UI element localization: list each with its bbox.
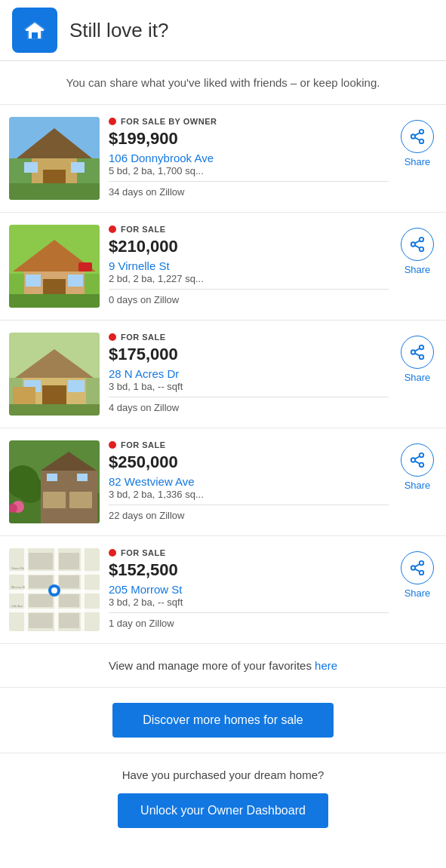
share-button[interactable]: Share (398, 440, 437, 494)
red-dot (109, 225, 116, 233)
sale-badge: FOR SALE (109, 225, 389, 234)
listing-image (9, 333, 100, 416)
listing-details: 3 bd, 2 ba, 1,336 sq... (109, 489, 389, 505)
share-label: Share (404, 372, 431, 383)
svg-rect-1 (32, 32, 38, 38)
svg-rect-23 (78, 262, 92, 271)
price: $199,900 (109, 129, 389, 149)
listing-image (9, 225, 100, 308)
header: Still love it? (0, 0, 446, 61)
red-dot (109, 549, 116, 557)
svg-rect-9 (9, 183, 100, 200)
svg-rect-50 (69, 492, 92, 508)
share-icon-circle (401, 336, 434, 369)
svg-rect-73 (29, 613, 53, 628)
svg-line-14 (415, 133, 420, 136)
svg-rect-37 (9, 404, 100, 416)
address-link[interactable]: 28 N Acres Dr (109, 367, 179, 380)
sale-label: FOR SALE (121, 333, 166, 342)
listing-info: FOR SALE BY OWNER $199,900 106 Donnybroo… (109, 117, 389, 198)
days-on-zillow: 22 days on Zillow (109, 510, 389, 521)
share-label: Share (404, 480, 431, 491)
price: $210,000 (109, 237, 389, 256)
svg-point-10 (420, 130, 424, 134)
svg-line-58 (415, 461, 420, 464)
sale-label: FOR SALE (121, 225, 166, 234)
share-button[interactable]: Share (398, 225, 437, 278)
listing-details: 3 bd, 2 ba, -- sqft (109, 597, 389, 613)
listing-item: FOR SALE BY OWNER $199,900 106 Donnybroo… (0, 105, 446, 213)
listing-item: Street Rd Morrow St Oak Ave FOR SALE $15… (0, 536, 446, 644)
svg-point-12 (420, 140, 424, 144)
share-label: Share (404, 587, 431, 599)
svg-line-13 (415, 137, 420, 140)
owner-section: Have you purchased your dream home? Unlo… (0, 753, 446, 843)
address-link[interactable]: 106 Donnybrook Ave (109, 152, 214, 164)
listing-details: 2 bd, 2 ba, 1,227 sq... (109, 273, 389, 290)
svg-rect-70 (59, 575, 79, 588)
svg-line-84 (415, 564, 420, 567)
red-dot (109, 333, 116, 341)
listing-image (9, 117, 100, 200)
days-on-zillow: 0 days on Zillow (109, 294, 389, 305)
favorites-section: View and manage more of your favorites h… (0, 644, 446, 688)
svg-point-76 (51, 587, 57, 593)
listing-info: FOR SALE $152,500 205 Morrow St 3 bd, 2 … (109, 548, 389, 629)
share-icon-circle (401, 228, 434, 261)
svg-line-59 (415, 456, 420, 459)
svg-rect-66 (81, 548, 85, 631)
svg-rect-74 (59, 613, 79, 628)
svg-rect-22 (9, 294, 100, 308)
listing-details: 5 bd, 2 ba, 1,700 sq... (109, 165, 389, 182)
svg-rect-20 (26, 275, 41, 287)
sale-badge: FOR SALE BY OWNER (109, 117, 389, 126)
owner-question: Have you purchased your dream home? (12, 768, 434, 781)
svg-rect-67 (29, 553, 53, 569)
svg-point-40 (420, 355, 424, 360)
sale-label: FOR SALE BY OWNER (121, 117, 217, 126)
svg-point-81 (411, 566, 416, 570)
share-button[interactable]: Share (398, 117, 437, 170)
listing-image-map: Street Rd Morrow St Oak Ave (9, 548, 100, 631)
listing-item: FOR SALE $250,000 82 Westview Ave 3 bd, … (0, 428, 446, 536)
svg-point-56 (411, 458, 416, 462)
share-icon-circle (401, 551, 434, 584)
share-label: Share (404, 156, 431, 167)
svg-line-41 (415, 353, 420, 356)
listing-item: FOR SALE $210,000 9 Virnelle St 2 bd, 2 … (0, 213, 446, 321)
address-link[interactable]: 82 Westview Ave (109, 475, 195, 488)
svg-rect-21 (68, 275, 83, 287)
zillow-logo (12, 8, 57, 53)
svg-point-26 (420, 247, 424, 252)
svg-rect-49 (43, 492, 66, 508)
share-button[interactable]: Share (398, 333, 437, 386)
days-on-zillow: 4 days on Zillow (109, 402, 389, 413)
svg-rect-51 (47, 474, 57, 481)
listing-details: 3 bd, 1 ba, -- sqft (109, 381, 389, 397)
svg-rect-7 (24, 162, 38, 173)
price: $175,000 (109, 345, 389, 364)
svg-rect-68 (59, 553, 79, 569)
favorites-text: View and manage more of your favorites (109, 659, 315, 672)
svg-point-55 (420, 453, 424, 458)
listing-info: FOR SALE $250,000 82 Westview Ave 3 bd, … (109, 440, 389, 521)
svg-point-82 (420, 571, 424, 575)
page-title: Still love it? (69, 19, 169, 42)
svg-line-83 (415, 569, 420, 572)
svg-rect-52 (77, 474, 88, 481)
svg-line-42 (415, 348, 420, 351)
svg-point-39 (411, 350, 416, 354)
address-link[interactable]: 205 Morrow St (109, 583, 183, 596)
share-icon-circle (401, 120, 434, 153)
svg-rect-8 (71, 162, 85, 173)
favorites-link[interactable]: here (315, 659, 337, 672)
discover-homes-button[interactable]: Discover more homes for sale (112, 703, 334, 738)
owner-dashboard-button[interactable]: Unlock your Owner Dashboard (118, 793, 328, 828)
sale-label: FOR SALE (121, 548, 166, 557)
share-button[interactable]: Share (398, 548, 437, 602)
svg-rect-69 (29, 575, 53, 588)
svg-point-11 (411, 134, 416, 139)
subtitle: You can share what you've liked with fri… (0, 61, 446, 105)
svg-point-38 (420, 345, 424, 350)
address-link[interactable]: 9 Virnelle St (109, 259, 170, 272)
